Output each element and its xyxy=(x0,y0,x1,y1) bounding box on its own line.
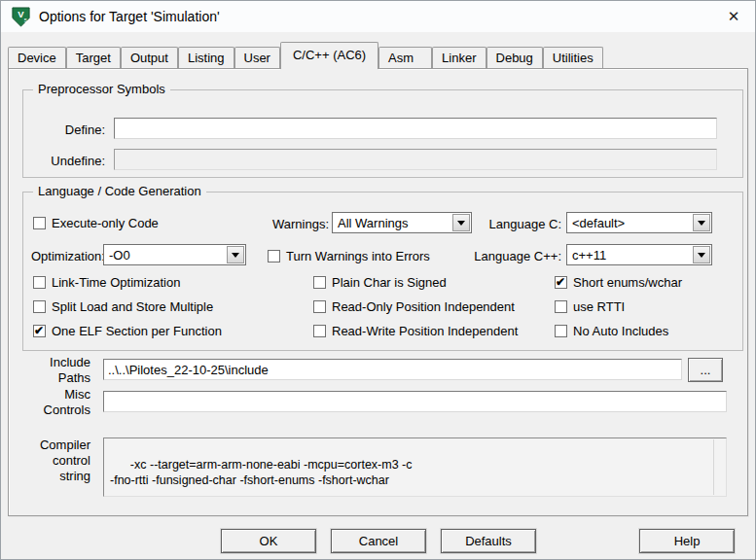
preprocessor-symbols-legend: Preprocessor Symbols xyxy=(33,82,170,97)
tab-utilities[interactable]: Utilities xyxy=(543,47,603,68)
checkbox-short-enums-wchar[interactable]: ✔ Short enums/wchar xyxy=(555,274,682,290)
tab-device[interactable]: Device xyxy=(8,47,66,68)
tab-linker[interactable]: Linker xyxy=(432,47,486,68)
checkbox-box xyxy=(33,217,46,229)
checkbox-box xyxy=(313,300,326,313)
tab-user[interactable]: User xyxy=(234,47,280,68)
include-paths-label: Include Paths xyxy=(28,355,90,386)
tab-output[interactable]: Output xyxy=(121,47,178,68)
checkbox-read-only-position-independent[interactable]: Read-Only Position Independent xyxy=(313,298,515,314)
checkbox-execute-only-code[interactable]: Execute-only Code xyxy=(33,215,159,230)
dropdown-arrow-icon[interactable] xyxy=(227,246,244,263)
define-input[interactable] xyxy=(114,118,717,139)
checkbox-no-auto-includes[interactable]: No Auto Includes xyxy=(555,323,668,338)
undefine-label: Undefine: xyxy=(33,154,105,169)
checkbox-link-time-optimization[interactable]: Link-Time Optimization xyxy=(33,274,180,290)
tab-page: Preprocessor Symbols Define: Undefine: L… xyxy=(8,68,748,516)
tab-cpp-ac6[interactable]: C/C++ (AC6) xyxy=(280,42,378,69)
optimization-label: Optimization: xyxy=(31,249,105,264)
warnings-label: Warnings: xyxy=(272,217,329,232)
checkbox-box xyxy=(268,250,280,262)
tab-target[interactable]: Target xyxy=(66,47,121,68)
checkbox-box xyxy=(313,276,326,289)
tab-asm[interactable]: Asm xyxy=(378,47,432,68)
compiler-control-string-box: -xc --target=arm-arm-none-eabi -mcpu=cor… xyxy=(103,438,727,497)
options-dialog: V 5 Options for Target 'Simulation' ✕ De… xyxy=(0,0,756,560)
checkbox-box xyxy=(33,276,46,289)
checkbox-read-write-position-independent[interactable]: Read-Write Position Independent xyxy=(313,323,518,338)
include-paths-browse-button[interactable]: ... xyxy=(688,358,723,382)
language-code-generation-legend: Language / Code Generation xyxy=(33,184,206,199)
tab-listing[interactable]: Listing xyxy=(178,47,234,68)
checkbox-box xyxy=(33,300,46,313)
tab-bar: Device Target Output Listing User C/C++ … xyxy=(8,42,603,68)
defaults-button[interactable]: Defaults xyxy=(441,529,536,553)
misc-controls-input[interactable] xyxy=(103,391,727,412)
ok-button[interactable]: OK xyxy=(221,529,316,553)
language-c-dropdown[interactable]: <default> xyxy=(566,212,712,233)
checkbox-box xyxy=(555,325,567,337)
language-code-generation-group: Language / Code Generation Execute-only … xyxy=(22,192,743,351)
cancel-button[interactable]: Cancel xyxy=(331,529,426,553)
preprocessor-symbols-group: Preprocessor Symbols Define: Undefine: xyxy=(22,89,743,178)
checkbox-box: ✔ xyxy=(555,276,567,289)
checkbox-split-load-store-multiple[interactable]: Split Load and Store Multiple xyxy=(33,298,213,314)
checkbox-box: ✔ xyxy=(33,325,46,337)
checkbox-box xyxy=(555,300,567,313)
checkbox-use-rtti[interactable]: use RTTI xyxy=(555,298,625,314)
compiler-control-string-text: -xc --target=arm-arm-none-eabi -mcpu=cor… xyxy=(110,458,413,487)
checkbox-one-elf-section-per-function[interactable]: ✔ One ELF Section per Function xyxy=(33,323,222,338)
tab-debug[interactable]: Debug xyxy=(486,47,543,68)
checkbox-turn-warnings-into-errors[interactable]: Turn Warnings into Errors xyxy=(268,248,430,263)
dropdown-arrow-icon[interactable] xyxy=(693,214,710,231)
help-button[interactable]: Help xyxy=(639,529,735,553)
close-icon[interactable]: ✕ xyxy=(712,1,755,32)
misc-controls-label: Misc Controls xyxy=(28,387,90,418)
window-title: Options for Target 'Simulation' xyxy=(39,9,220,24)
define-label: Define: xyxy=(41,122,105,138)
uvision-app-icon: V 5 xyxy=(11,7,31,27)
language-cpp-label: Language C++: xyxy=(413,249,561,264)
optimization-dropdown[interactable]: -O0 xyxy=(103,244,246,265)
checkbox-box xyxy=(313,325,326,337)
undefine-input xyxy=(114,149,717,170)
svg-text:5: 5 xyxy=(24,18,27,23)
checkbox-plain-char-is-signed[interactable]: Plain Char is Signed xyxy=(313,274,447,290)
dropdown-arrow-icon[interactable] xyxy=(693,246,710,263)
titlebar: V 5 Options for Target 'Simulation' ✕ xyxy=(1,1,755,32)
language-c-label: Language C: xyxy=(413,217,561,232)
compiler-scrollbar-strip xyxy=(713,439,725,495)
include-paths-input[interactable] xyxy=(103,359,682,380)
language-cpp-dropdown[interactable]: c++11 xyxy=(566,244,712,265)
compiler-control-string-label: Compiler control string xyxy=(28,438,90,484)
